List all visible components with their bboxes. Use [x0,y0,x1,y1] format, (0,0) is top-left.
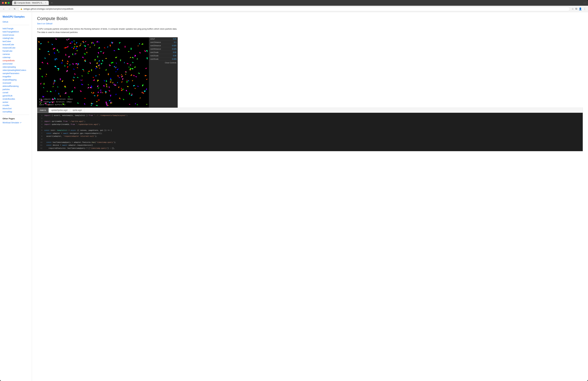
tab-sprite[interactable]: sprite.wgsl [70,108,84,112]
sidebar-github-link[interactable]: Github [2,21,29,23]
main-content: Compute Boids See it on Github! A GPU co… [32,12,588,381]
github-link[interactable]: See it on Github! [37,22,583,25]
sidebar-item-cubemap[interactable]: cubemap [2,56,29,59]
bookmark-icon[interactable]: ☆ [571,7,574,10]
sidebar: WebGPU Samples Github helloTriangle hell… [0,12,32,381]
sidebar-item-deferredRendering[interactable]: deferredRendering [2,85,29,88]
sidebar-item-helloTriangleMSAA[interactable]: helloTriangleMSAA [2,30,29,33]
particle-svg [37,37,149,108]
sidebar-item-normalMap[interactable]: normalMap [2,110,29,113]
stat-compute: avg compute pass duration: 886µs [39,98,73,101]
code-area: 1 import { assert, makeSample, SampleIni… [37,113,583,151]
back-button[interactable]: ← [2,7,6,11]
sidebar-divider [2,25,29,25]
code-tabs: main.ts updateSprites.wgsl sprite.wgsl [37,108,583,113]
sidebar-item-workload-simulator[interactable]: Workload Simulator ↗ [2,121,29,124]
browser-titlebar: W Compute Boids - WebGPU S... × + ⋯ [0,0,588,6]
browser-tab[interactable]: W Compute Boids - WebGPU S... × [12,1,49,5]
code-line-11: 11 const device = await adapter.requestD… [37,144,583,147]
new-tab-button[interactable]: + [50,1,54,5]
code-line-7: 7 const adapter = await navigator.gpu.re… [37,132,583,135]
control-rule3Scale-label: rule3Scale [150,58,159,60]
control-rule3Scale: rule3Scale 0.005 [149,57,178,61]
control-rule1Scale-label: rule1Scale [150,51,159,53]
sidebar-item-gameOfLife[interactable]: gameOfLife [2,94,29,97]
sidebar-item-videoUploadingWebCodecs[interactable]: videoUploadingWebCodecs [2,69,29,72]
description: A GPU compute particle simulation that m… [37,27,181,34]
tab-close-button[interactable]: × [44,2,47,4]
code-line-9: 9 [37,138,583,141]
close-controls-button[interactable]: Close Controls [149,61,178,65]
svg-rect-0 [37,37,149,108]
sidebar-item-resizeCanvas[interactable]: resizeCanvas [2,33,29,37]
tab-main-ts[interactable]: main.ts [37,108,49,112]
sidebar-item-rotatingCube[interactable]: rotatingCube [2,37,29,40]
sidebar-item-shadowMapping[interactable]: shadowMapping [2,78,29,81]
controls-panel: deltaT 0.04 rule1Distance 0.1 rule2Dista… [149,37,178,108]
code-line-4: 4 import updateSpritesWGSL from './updat… [37,123,583,126]
browser-toolbar: ← → ↻ 🔒 webgpu.github.io/webgpu-samples/… [0,6,588,12]
control-rule1Distance-value[interactable]: 0.1 [174,41,176,43]
control-rule3Distance: rule3Distance 0.025 [149,47,178,51]
profile-icon[interactable]: 👤 [579,7,582,10]
sidebar-item-helloTriangle[interactable]: helloTriangle [2,27,29,30]
code-line-10: 10 const hasTimestampQuery = adapter.fea… [37,141,583,144]
url-text: webgpu.github.io/webgpu-samples/samples/… [23,8,73,10]
code-line-2: 2 [37,117,583,120]
maximize-button[interactable] [8,2,10,4]
address-bar[interactable]: 🔒 webgpu.github.io/webgpu-samples/sample… [18,7,570,11]
control-rule2Scale: rule2Scale 0.05 [149,54,178,57]
sidebar-item-a-buffer[interactable]: A-buffer [2,104,29,107]
sidebar-item-reversedZ[interactable]: reversedZ [2,81,29,85]
simulation-canvas: avg compute pass duration: 886µs avg ren… [37,37,149,108]
sidebar-other-pages-title: Other Pages [2,117,29,120]
sidebar-brand[interactable]: WebGPU Samples [2,15,29,18]
control-rule2Distance: rule2Distance 0.025 [149,44,178,47]
sidebar-item-bitonicSort[interactable]: bitonicSort [2,107,29,110]
sidebar-item-instancedCube[interactable]: instancedCube [2,46,29,49]
menu-icon[interactable]: ⋮ [584,7,586,10]
sidebar-item-twoCubes[interactable]: twoCubes [2,40,29,43]
code-line-1: 1 import { assert, makeSample, SampleIni… [37,114,583,117]
control-deltaT: deltaT 0.04 [149,37,178,41]
sidebar-item-fractalCube[interactable]: fractalCube [2,49,29,53]
code-line-5: 5 [37,126,583,129]
page-title: Compute Boids [37,16,583,21]
close-button[interactable] [2,2,4,4]
sidebar-item-texturedCube[interactable]: texturedCube [2,43,29,46]
control-deltaT-value[interactable]: 0.04 [173,38,176,40]
minimize-button[interactable] [5,2,7,4]
tab-updateSprites[interactable]: updateSprites.wgsl [49,108,70,112]
control-rule1Scale-value[interactable]: 0.02 [173,51,176,53]
sidebar-item-renderBundles[interactable]: renderBundles [2,97,29,101]
traffic-lights [2,2,10,4]
toolbar-icons: ☆ ⧉ 👤 ⋮ [571,7,586,10]
sidebar-item-samplerParameters[interactable]: samplerParameters [2,72,29,75]
control-rule2Scale-value[interactable]: 0.05 [173,55,176,57]
control-rule3Scale-value[interactable]: 0.005 [172,58,176,60]
control-rule1Scale: rule1Scale 0.02 [149,51,178,54]
code-line-8: 8 assert(adapter, 'requestAdapter return… [37,135,583,138]
forward-button[interactable]: → [7,7,11,11]
sidebar-item-animometer[interactable]: animometer [2,62,29,66]
browser-window: W Compute Boids - WebGPU S... × + ⋯ ← → … [0,0,588,381]
code-section: main.ts updateSprites.wgsl sprite.wgsl 1… [37,108,583,151]
stats-overlay: avg compute pass duration: 886µs avg ren… [39,98,73,106]
tab-favicon: W [14,2,16,4]
sidebar-item-imageBlur[interactable]: imageBlur [2,75,29,78]
control-rule2Distance-label: rule2Distance [150,45,161,46]
control-rule2Distance-value[interactable]: 0.025 [172,45,176,46]
stat-render: avg render pass duration: 190µs [39,101,73,104]
sidebar-nav: helloTriangle helloTriangleMSAA resizeCa… [2,27,29,113]
sidebar-item-videoUploading[interactable]: videoUploading [2,66,29,69]
extensions-icon[interactable]: ⧉ [575,7,577,10]
sidebar-item-cameras[interactable]: cameras [2,53,29,56]
security-lock-icon: 🔒 [20,8,22,10]
sidebar-item-particles[interactable]: particles [2,88,29,91]
sidebar-item-worker[interactable]: worker [2,101,29,104]
control-deltaT-label: deltaT [150,38,155,40]
reload-button[interactable]: ↻ [13,7,17,11]
control-rule3Distance-value[interactable]: 0.025 [172,48,176,50]
sidebar-item-cornell[interactable]: cornell [2,91,29,94]
sidebar-item-computeBoids[interactable]: computeBoids [2,59,29,62]
